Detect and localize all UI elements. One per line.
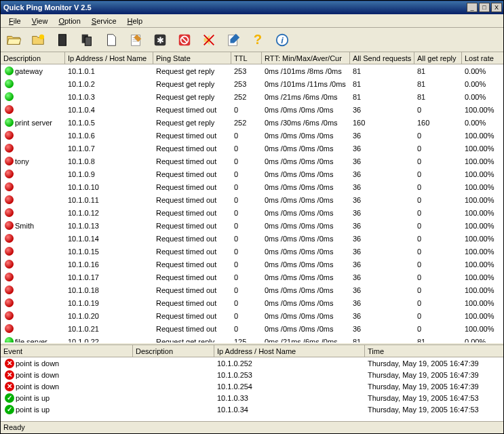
menu-option[interactable]: Option: [53, 16, 85, 26]
table-row[interactable]: 10.1.0.4Request timed out00ms /0ms /0ms …: [1, 103, 503, 116]
settings-button[interactable]: ✱: [150, 30, 170, 50]
edit-button[interactable]: [223, 30, 244, 50]
maximize-button[interactable]: □: [479, 3, 490, 12]
cell-reply: 81: [414, 66, 462, 76]
cell-ttl: 0: [231, 105, 262, 115]
col-ip[interactable]: Ip Address / Host Name: [65, 52, 153, 64]
open-folder-button[interactable]: [3, 30, 24, 50]
col-reply[interactable]: All get reply: [414, 52, 462, 64]
cell-reply: 160: [414, 118, 462, 127]
event-row[interactable]: ✕point is down10.1.0.252Thursday, May 19…: [1, 357, 503, 369]
cell-state: Request timed out: [153, 105, 231, 115]
copy-docs-button[interactable]: [77, 30, 97, 50]
table-row[interactable]: print server10.1.0.5Request get reply252…: [1, 116, 503, 129]
event-description: [133, 409, 214, 410]
table-row[interactable]: 10.1.0.2Request get reply2530ms /101ms /…: [1, 77, 503, 90]
ecol-description[interactable]: Description: [133, 345, 214, 357]
notepad-button[interactable]: [125, 30, 146, 50]
col-ping-state[interactable]: Ping State: [153, 52, 231, 64]
ecol-event[interactable]: Event: [1, 345, 133, 357]
cell-reply: 0: [414, 221, 462, 231]
status-dot-icon: [5, 285, 14, 294]
new-doc-button[interactable]: [52, 30, 73, 50]
menu-file[interactable]: File: [3, 16, 26, 26]
close-button[interactable]: X: [491, 3, 502, 12]
event-description: [133, 374, 214, 376]
cell-reply: 81: [414, 79, 462, 89]
event-body[interactable]: ✕point is down10.1.0.252Thursday, May 19…: [1, 357, 503, 421]
table-row[interactable]: 10.1.0.11Request timed out00ms /0ms /0ms…: [1, 193, 503, 206]
cell-ttl: 0: [231, 298, 262, 308]
event-ip: 10.1.0.254: [214, 382, 365, 391]
table-row[interactable]: 10.1.0.20Request timed out00ms /0ms /0ms…: [1, 309, 503, 322]
cell-state: Request timed out: [153, 311, 231, 321]
help-button[interactable]: ?: [248, 30, 268, 50]
cell-ip: 10.1.0.8: [65, 157, 153, 166]
error-icon: ✕: [5, 382, 14, 391]
cell-state: Request timed out: [153, 273, 231, 282]
col-description[interactable]: Description: [1, 52, 65, 64]
event-row[interactable]: ✓point is up10.1.0.34Thursday, May 19, 2…: [1, 403, 503, 415]
ecol-time[interactable]: Time: [365, 345, 490, 357]
table-row[interactable]: tony10.1.0.8Request timed out00ms /0ms /…: [1, 155, 503, 167]
minimize-button[interactable]: _: [467, 3, 478, 12]
mute-button[interactable]: [199, 30, 219, 50]
col-rtt[interactable]: RTT: Min/Max/Aver/Cur: [262, 52, 350, 64]
table-row[interactable]: 10.1.0.6Request timed out00ms /0ms /0ms …: [1, 129, 503, 142]
cell-lost: 100.00%: [462, 285, 499, 295]
cell-rtt: 0ms /0ms /0ms /0ms: [262, 131, 350, 140]
cell-lost: 100.00%: [462, 105, 499, 115]
table-row[interactable]: 10.1.0.3Request get reply2520ms /21ms /6…: [1, 90, 503, 103]
cell-ttl: 0: [231, 247, 262, 256]
status-dot-icon: [5, 234, 14, 243]
table-row[interactable]: Smith10.1.0.13Request timed out00ms /0ms…: [1, 219, 503, 232]
svg-rect-1: [59, 34, 66, 45]
table-row[interactable]: 10.1.0.14Request timed out00ms /0ms /0ms…: [1, 232, 503, 245]
grid-header: Description Ip Address / Host Name Ping …: [1, 52, 503, 64]
table-row[interactable]: 10.1.0.7Request timed out00ms /0ms /0ms …: [1, 142, 503, 155]
table-row[interactable]: 10.1.0.15Request timed out00ms /0ms /0ms…: [1, 245, 503, 258]
table-row[interactable]: 10.1.0.17Request timed out00ms /0ms /0ms…: [1, 271, 503, 283]
stop-button[interactable]: [174, 30, 195, 50]
table-row[interactable]: 10.1.0.19Request timed out00ms /0ms /0ms…: [1, 296, 503, 309]
table-row[interactable]: 10.1.0.16Request timed out00ms /0ms /0ms…: [1, 258, 503, 271]
event-ip: 10.1.0.253: [214, 370, 365, 380]
about-button[interactable]: i: [272, 30, 292, 50]
cell-ip: 10.1.0.6: [65, 131, 153, 140]
cell-ttl: 253: [231, 66, 262, 76]
event-row[interactable]: ✕point is down10.1.0.253Thursday, May 19…: [1, 369, 503, 380]
event-row[interactable]: ✕point is down10.1.0.254Thursday, May 19…: [1, 380, 503, 392]
cell-lost: 0.00%: [462, 92, 499, 102]
table-row[interactable]: gateway10.1.0.1Request get reply2530ms /…: [1, 64, 503, 77]
cell-ttl: 0: [231, 170, 262, 179]
table-row[interactable]: file server10.1.0.22Request get reply125…: [1, 335, 503, 342]
grid-body[interactable]: gateway10.1.0.1Request get reply2530ms /…: [1, 64, 503, 342]
cell-rtt: 0ms /0ms /0ms /0ms: [262, 182, 350, 192]
cell-ttl: 0: [231, 273, 262, 282]
toolbar: ✱ ? i: [1, 28, 503, 52]
table-row[interactable]: 10.1.0.12Request timed out00ms /0ms /0ms…: [1, 206, 503, 219]
ecol-ip[interactable]: Ip Address / Host Name: [214, 345, 365, 357]
page-button[interactable]: [101, 30, 121, 50]
menu-help[interactable]: Help: [122, 16, 149, 26]
cell-lost: 100.00%: [462, 311, 499, 321]
col-send[interactable]: All Send requests: [350, 52, 414, 64]
status-dot-icon: [5, 324, 14, 333]
menu-service[interactable]: Service: [86, 16, 122, 26]
event-row[interactable]: ✓point is up10.1.0.33Thursday, May 19, 2…: [1, 392, 503, 403]
ok-icon: ✓: [5, 393, 14, 403]
table-row[interactable]: 10.1.0.18Request timed out00ms /0ms /0ms…: [1, 283, 503, 296]
table-row[interactable]: 10.1.0.21Request timed out00ms /0ms /0ms…: [1, 322, 503, 335]
cell-ttl: 0: [231, 234, 262, 243]
cell-send: 81: [350, 337, 414, 343]
col-lost[interactable]: Lost rate: [462, 52, 499, 64]
table-row[interactable]: 10.1.0.9Request timed out00ms /0ms /0ms …: [1, 167, 503, 180]
cell-state: Request timed out: [153, 221, 231, 231]
col-ttl[interactable]: TTL: [231, 52, 262, 64]
table-row[interactable]: 10.1.0.10Request timed out00ms /0ms /0ms…: [1, 180, 503, 193]
cell-reply: 0: [414, 311, 462, 321]
new-folder-button[interactable]: [28, 30, 48, 50]
status-dot-icon: [5, 311, 14, 320]
menu-view[interactable]: View: [26, 16, 54, 26]
cell-ttl: 0: [231, 144, 262, 153]
